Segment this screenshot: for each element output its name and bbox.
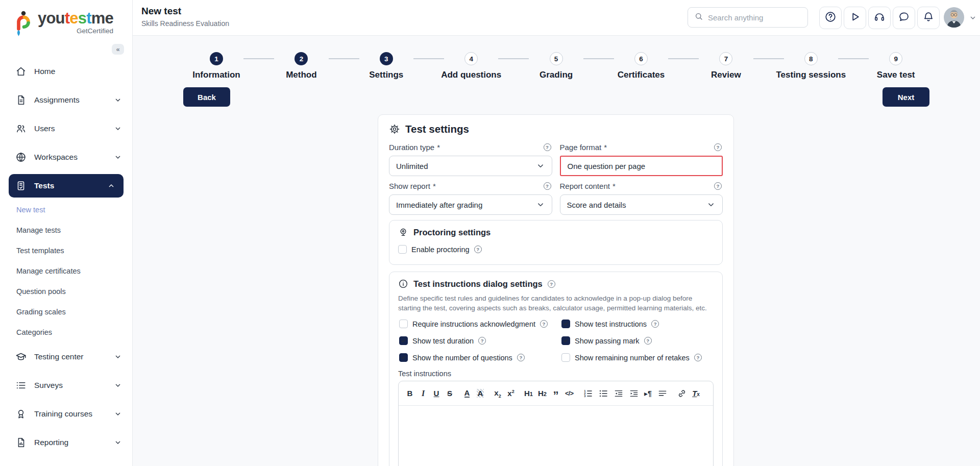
link-button[interactable] bbox=[677, 388, 687, 399]
sidebar-subitem-new-test[interactable]: New test bbox=[0, 200, 132, 220]
h1-button[interactable]: H1 bbox=[524, 388, 533, 399]
instructions-panel: Test instructions dialog settings ? Defi… bbox=[389, 272, 723, 466]
sidebar-subitem-question-pools[interactable]: Question pools bbox=[0, 281, 132, 302]
show-the-number-of-questions-checkbox[interactable] bbox=[399, 353, 408, 362]
blockquote-button[interactable]: ” bbox=[552, 388, 560, 399]
code-button[interactable]: </> bbox=[565, 388, 574, 399]
help-icon[interactable]: ? bbox=[544, 143, 551, 151]
back-button[interactable]: Back bbox=[183, 87, 230, 107]
ordered-list-button[interactable]: 123 bbox=[583, 388, 593, 399]
help-icon[interactable]: ? bbox=[540, 320, 548, 328]
gear-icon bbox=[389, 124, 400, 135]
editor-body[interactable] bbox=[399, 406, 713, 466]
show-test-instructions-checkbox[interactable] bbox=[561, 320, 570, 328]
chevron-down-icon bbox=[114, 153, 122, 161]
sidebar-collapse-button[interactable]: « bbox=[112, 44, 124, 55]
step-review[interactable]: 7Review bbox=[683, 52, 768, 80]
text-color-button[interactable]: A bbox=[463, 388, 471, 399]
report-content-select[interactable]: Score and details bbox=[560, 194, 723, 215]
sidebar-subitem-categories[interactable]: Categories bbox=[0, 322, 132, 342]
sidebar-item-users[interactable]: Users bbox=[0, 117, 132, 140]
avatar[interactable] bbox=[944, 7, 964, 28]
sidebar-item-home[interactable]: Home bbox=[0, 60, 132, 83]
show-test-duration-checkbox[interactable] bbox=[399, 336, 408, 345]
chevron-down-icon bbox=[114, 96, 122, 104]
sidebar-item-label: Training courses bbox=[34, 409, 92, 419]
help-icon[interactable]: ? bbox=[544, 182, 551, 190]
subscript-button[interactable]: x2 bbox=[494, 388, 502, 399]
help-icon[interactable]: ? bbox=[651, 320, 659, 328]
help-icon[interactable]: ? bbox=[548, 280, 555, 288]
step-method[interactable]: 2Method bbox=[259, 52, 344, 80]
step-testing-sessions[interactable]: 8Testing sessions bbox=[769, 52, 853, 80]
step-label: Testing sessions bbox=[769, 70, 853, 80]
page-format-select[interactable]: One question per page bbox=[560, 156, 723, 176]
checkbox-label: Enable proctoring bbox=[411, 246, 470, 254]
avatar-chevron-down-icon[interactable] bbox=[969, 14, 977, 22]
step-save-test[interactable]: 9Save test bbox=[853, 52, 938, 80]
sidebar-subitem-grading-scales[interactable]: Grading scales bbox=[0, 302, 132, 322]
step-number: 1 bbox=[210, 52, 223, 65]
step-number: 6 bbox=[634, 52, 648, 65]
enable-proctoring-checkbox[interactable] bbox=[398, 245, 407, 254]
require-instructions-acknowledgment-checkbox[interactable] bbox=[399, 320, 408, 328]
sidebar-item-assignments[interactable]: Assignments bbox=[0, 88, 132, 112]
sidebar-item-workspaces[interactable]: Workspaces bbox=[0, 145, 132, 169]
highlight-button[interactable]: A bbox=[476, 388, 484, 399]
help-icon[interactable]: ? bbox=[694, 354, 702, 361]
sidebar-item-tests[interactable]: Tests bbox=[9, 174, 124, 198]
show-report-select[interactable]: Immediately after grading bbox=[389, 194, 552, 215]
required-asterisk: * bbox=[604, 143, 607, 152]
show-remaining-number-of-retakes-checkbox[interactable] bbox=[561, 353, 570, 362]
paragraph-button[interactable]: ▸¶ bbox=[644, 388, 652, 399]
sidebar-item-reporting[interactable]: Reporting bbox=[0, 431, 132, 454]
step-add-questions[interactable]: 4Add questions bbox=[429, 52, 513, 80]
italic-button[interactable]: I bbox=[419, 388, 427, 399]
outdent-button[interactable] bbox=[614, 388, 624, 399]
align-button[interactable] bbox=[657, 388, 668, 399]
show-passing-mark-checkbox[interactable] bbox=[561, 336, 570, 345]
sidebar-nav: HomeAssignmentsUsersWorkspacesTestsNew t… bbox=[0, 60, 132, 459]
help-icon[interactable]: ? bbox=[474, 246, 482, 253]
sidebar-subitem-manage-tests[interactable]: Manage tests bbox=[0, 220, 132, 240]
support-button[interactable] bbox=[868, 7, 891, 29]
step-information[interactable]: 1Information bbox=[174, 52, 259, 80]
underline-button[interactable]: U bbox=[432, 388, 440, 399]
h2-button[interactable]: H2 bbox=[538, 388, 547, 399]
notifications-button[interactable] bbox=[917, 7, 940, 29]
bullet-list-button[interactable] bbox=[598, 388, 608, 399]
next-button[interactable]: Next bbox=[883, 87, 929, 107]
step-grading[interactable]: 5Grading bbox=[514, 52, 599, 80]
play-button[interactable] bbox=[844, 7, 866, 29]
list-icon bbox=[15, 380, 27, 391]
sidebar-item-training-courses[interactable]: Training courses bbox=[0, 402, 132, 426]
duration-type-select[interactable]: Unlimited bbox=[389, 156, 552, 176]
chat-button[interactable] bbox=[893, 7, 915, 29]
strikethrough-button[interactable]: S bbox=[446, 388, 454, 399]
sidebar-item-label: Workspaces bbox=[34, 153, 78, 162]
help-icon[interactable]: ? bbox=[714, 182, 722, 190]
search-input[interactable] bbox=[708, 13, 801, 22]
sidebar-subitem-test-templates[interactable]: Test templates bbox=[0, 240, 132, 261]
info-circle-icon bbox=[398, 279, 408, 289]
help-icon[interactable]: ? bbox=[644, 337, 652, 345]
superscript-button[interactable]: x2 bbox=[507, 388, 515, 399]
help-icon[interactable]: ? bbox=[517, 354, 525, 361]
file-icon bbox=[15, 94, 27, 106]
step-certificates[interactable]: 6Certificates bbox=[599, 52, 683, 80]
help-button[interactable] bbox=[819, 7, 842, 29]
indent-button[interactable] bbox=[629, 388, 639, 399]
topbar: New test Skills Readiness Evaluation bbox=[133, 0, 980, 36]
sidebar-item-testing-center[interactable]: Testing center bbox=[0, 345, 132, 369]
sidebar-subitem-manage-certificates[interactable]: Manage certificates bbox=[0, 261, 132, 281]
help-icon[interactable]: ? bbox=[714, 143, 722, 151]
clear-format-button[interactable]: Tx bbox=[692, 388, 700, 399]
chevron-down-icon bbox=[114, 410, 122, 418]
checkbox-label: Show remaining number of retakes bbox=[575, 354, 690, 362]
globe-icon bbox=[15, 152, 27, 163]
sidebar-item-surveys[interactable]: Surveys bbox=[0, 374, 132, 397]
global-search bbox=[688, 7, 808, 28]
help-icon[interactable]: ? bbox=[478, 337, 486, 345]
bold-button[interactable]: B bbox=[406, 388, 414, 399]
step-settings[interactable]: 3Settings bbox=[344, 52, 429, 80]
